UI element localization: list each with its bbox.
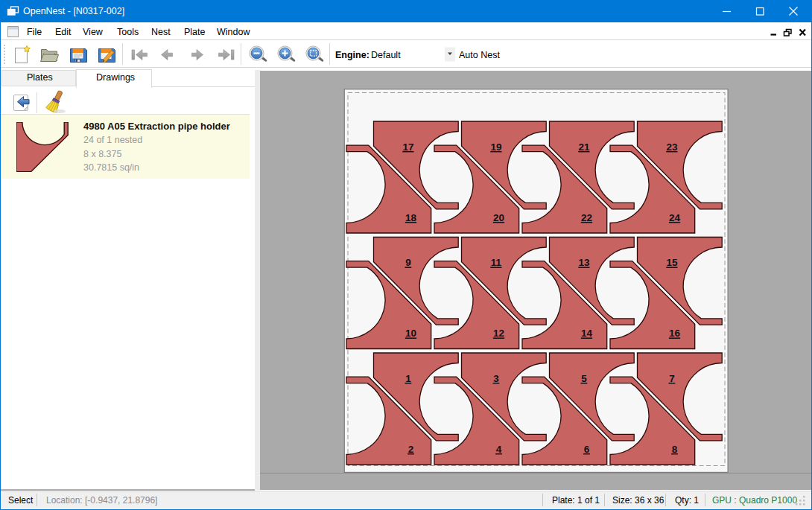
svg-text:23: 23 [666,141,678,152]
svg-text:4: 4 [495,443,501,454]
svg-text:1: 1 [405,372,411,383]
svg-text:8: 8 [671,443,677,454]
svg-text:20: 20 [492,211,504,223]
svg-text:10: 10 [405,328,416,339]
svg-text:9: 9 [405,257,411,268]
svg-text:24: 24 [668,211,680,223]
svg-text:5: 5 [581,372,587,383]
svg-text:11: 11 [490,257,501,268]
svg-text:7: 7 [669,372,675,383]
svg-text:3: 3 [493,372,499,383]
svg-text:13: 13 [578,257,590,268]
svg-text:17: 17 [402,141,413,152]
svg-text:18: 18 [405,211,416,223]
svg-text:2: 2 [407,443,413,454]
svg-text:19: 19 [490,141,501,152]
svg-text:14: 14 [580,328,592,339]
svg-text:21: 21 [578,141,590,152]
svg-text:22: 22 [580,211,591,223]
svg-text:6: 6 [583,443,589,454]
svg-text:12: 12 [492,328,504,339]
svg-text:16: 16 [668,328,680,339]
svg-text:15: 15 [666,257,678,268]
